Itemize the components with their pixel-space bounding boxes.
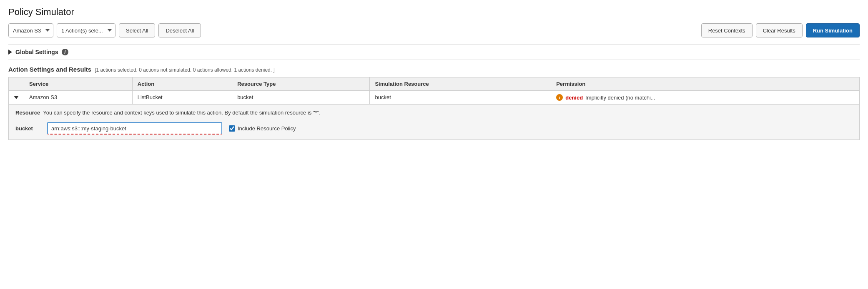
row-resource-type: bucket xyxy=(232,91,370,105)
results-table: Service Action Resource Type Simulation … xyxy=(8,77,860,140)
denied-icon: i xyxy=(556,94,563,101)
expand-arrow-icon xyxy=(14,96,19,99)
global-settings-row[interactable]: Global Settings i xyxy=(8,44,860,60)
clear-results-button[interactable]: Clear Results xyxy=(756,23,803,37)
deselect-all-button[interactable]: Deselect All xyxy=(158,23,201,37)
toolbar-left: Amazon S3 1 Action(s) sele... Select All… xyxy=(8,23,698,37)
select-all-button[interactable]: Select All xyxy=(119,23,155,37)
row-expander-cell[interactable] xyxy=(9,91,24,105)
global-settings-label: Global Settings xyxy=(15,49,58,55)
permission-denied-container: i denied Implicitly denied (no matchi... xyxy=(556,94,854,101)
resource-info-text: You can specify the resource and context… xyxy=(43,110,321,116)
resource-detail-cell: Resource You can specify the resource an… xyxy=(9,105,860,140)
resource-detail-row: Resource You can specify the resource an… xyxy=(9,105,860,140)
row-permission: i denied Implicitly denied (no matchi... xyxy=(551,91,860,105)
denied-status: denied xyxy=(565,95,583,101)
global-settings-info-icon[interactable]: i xyxy=(62,49,68,55)
resource-label-inline: Resource xyxy=(15,110,43,116)
table-header-expander xyxy=(9,77,24,91)
toolbar: Amazon S3 1 Action(s) sele... Select All… xyxy=(8,23,860,37)
include-resource-policy-text: Include Resource Policy xyxy=(238,125,296,132)
row-simulation-resource: bucket xyxy=(370,91,551,105)
table-header-service: Service xyxy=(24,77,133,91)
bucket-label: bucket xyxy=(15,125,40,132)
include-resource-policy-checkbox[interactable] xyxy=(229,125,235,132)
row-action: ListBucket xyxy=(132,91,232,105)
table-header: Service Action Resource Type Simulation … xyxy=(9,77,860,91)
bucket-input[interactable] xyxy=(47,122,222,135)
resource-detail-info: Resource You can specify the resource an… xyxy=(15,110,853,116)
run-simulation-button[interactable]: Run Simulation xyxy=(806,23,860,37)
table-header-permission: Permission xyxy=(551,77,860,91)
table-header-row: Service Action Resource Type Simulation … xyxy=(9,77,860,91)
service-dropdown[interactable]: Amazon S3 xyxy=(8,23,53,37)
toolbar-right: Reset Contexts Clear Results Run Simulat… xyxy=(701,23,860,37)
table-header-resource-type: Resource Type xyxy=(232,77,370,91)
expand-triangle-icon xyxy=(8,50,12,55)
table-row: Amazon S3 ListBucket bucket bucket i den… xyxy=(9,91,860,105)
page-title: Policy Simulator xyxy=(8,7,860,17)
table-header-simulation-resource: Simulation Resource xyxy=(370,77,551,91)
action-settings-summary: [1 actions selected. 0 actions not simul… xyxy=(95,67,275,73)
denied-reason: Implicitly denied (no matchi... xyxy=(585,95,655,101)
reset-contexts-button[interactable]: Reset Contexts xyxy=(701,23,753,37)
actions-dropdown[interactable]: 1 Action(s) sele... xyxy=(57,23,115,37)
table-header-action: Action xyxy=(132,77,232,91)
resource-row: bucket Include Resource Policy xyxy=(15,122,853,135)
table-body: Amazon S3 ListBucket bucket bucket i den… xyxy=(9,91,860,140)
action-settings-title: Action Settings and Results xyxy=(8,66,91,73)
row-service: Amazon S3 xyxy=(24,91,133,105)
action-settings-header: Action Settings and Results [1 actions s… xyxy=(8,66,860,73)
include-resource-policy-label[interactable]: Include Resource Policy xyxy=(229,125,296,132)
